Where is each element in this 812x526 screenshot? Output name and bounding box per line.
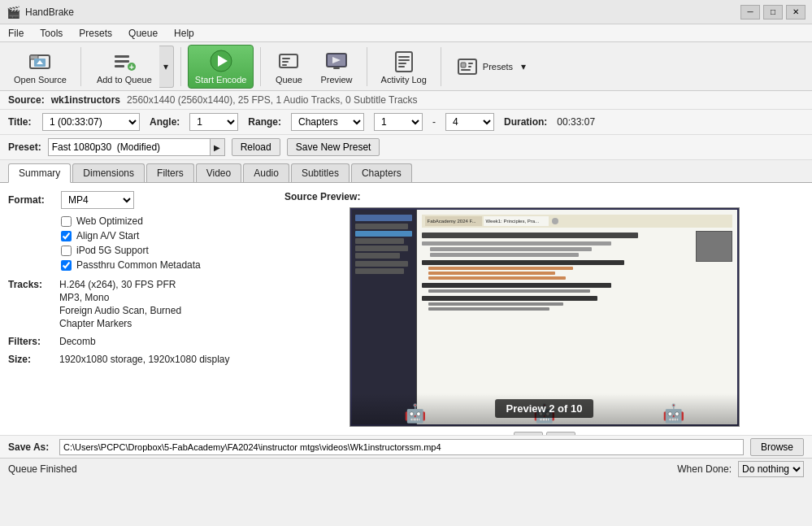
- presets-button[interactable]: Presets ▾: [448, 41, 538, 92]
- svg-rect-23: [398, 66, 405, 67]
- preview-next-button[interactable]: >: [546, 432, 575, 435]
- preview-label: Source Preview:: [284, 191, 360, 202]
- track-1: MP3, Mono: [59, 292, 181, 303]
- tab-video[interactable]: Video: [196, 163, 241, 182]
- angle-select[interactable]: 1: [189, 113, 238, 131]
- svg-rect-12: [282, 58, 290, 59]
- svg-rect-14: [282, 64, 287, 66]
- preview-image: FabAcademy 2024 F... Week1: Principles, …: [350, 207, 740, 427]
- tab-filters[interactable]: Filters: [146, 163, 194, 182]
- filters-value: Decomb: [59, 336, 96, 347]
- start-encode-label: Start Encode: [195, 75, 247, 85]
- open-source-button[interactable]: Open Source: [7, 45, 74, 89]
- activity-log-label: Activity Log: [381, 75, 427, 85]
- status-text: Queue Finished: [8, 463, 77, 475]
- save-row: Save As: Browse: [0, 435, 812, 458]
- tab-audio[interactable]: Audio: [243, 163, 289, 182]
- source-label: Source:: [8, 94, 45, 106]
- menu-presets[interactable]: Presets: [71, 26, 120, 41]
- presets-dropdown-arrow[interactable]: ▾: [516, 46, 531, 88]
- close-button[interactable]: ✕: [786, 5, 805, 20]
- size-label: Size:: [8, 354, 53, 365]
- toolbar-separator-3: [260, 47, 261, 86]
- web-optimized-label: Web Optimized: [76, 215, 143, 227]
- angle-label: Angle:: [150, 116, 180, 128]
- preset-row: Preset: ▶ Reload Save New Preset: [0, 135, 812, 160]
- add-to-queue-icon: +: [112, 49, 137, 73]
- presets-icon: [455, 54, 480, 79]
- chapter-end-select[interactable]: 4: [445, 113, 494, 131]
- track-3: Chapter Markers: [59, 318, 181, 329]
- tab-chapters[interactable]: Chapters: [351, 163, 412, 182]
- passthru-row: Passthru Common Metadata: [61, 259, 268, 271]
- add-to-queue-dropdown-arrow[interactable]: ▾: [159, 46, 174, 88]
- svg-rect-28: [461, 69, 471, 71]
- passthru-checkbox[interactable]: [61, 260, 72, 271]
- menu-file[interactable]: File: [0, 26, 32, 41]
- preset-arrow-button[interactable]: ▶: [211, 138, 225, 156]
- menu-bar: File Tools Presets Queue Help: [0, 24, 812, 42]
- svg-rect-25: [461, 63, 466, 67]
- app-title: HandBrake: [25, 7, 74, 18]
- range-select[interactable]: Chapters: [291, 113, 364, 131]
- align-av-checkbox[interactable]: [61, 231, 72, 241]
- browse-button[interactable]: Browse: [750, 438, 804, 456]
- menu-help[interactable]: Help: [166, 26, 202, 41]
- save-new-preset-button[interactable]: Save New Preset: [287, 138, 380, 156]
- size-row: Size: 1920x1080 storage, 1920x1080 displ…: [8, 354, 268, 365]
- duration-label: Duration:: [504, 116, 547, 128]
- add-to-queue-group: + Add to Queue ▾: [88, 45, 174, 89]
- status-right: When Done: Do nothing Shutdown Sleep: [677, 461, 804, 477]
- track-0: H.264 (x264), 30 FPS PFR: [59, 279, 181, 290]
- chapter-range-separator: -: [432, 116, 436, 128]
- title-select[interactable]: 1 (00:33:07): [42, 113, 140, 131]
- queue-label: Queue: [276, 75, 302, 85]
- menu-tools[interactable]: Tools: [32, 26, 71, 41]
- presets-label: Presets: [483, 62, 513, 72]
- queue-button[interactable]: Queue: [267, 45, 310, 89]
- tab-subtitles[interactable]: Subtitles: [291, 163, 350, 182]
- filters-label: Filters:: [8, 336, 53, 347]
- toolbar-separator-5: [441, 47, 441, 86]
- source-name: wk1instructors: [51, 94, 120, 106]
- ipod-5g-checkbox[interactable]: [61, 246, 72, 256]
- summary-panel: Format: MP4 MKV WebM Web Optimized Align…: [8, 191, 268, 427]
- preset-input[interactable]: [48, 138, 211, 156]
- ipod-5g-row: iPod 5G Support: [61, 245, 268, 256]
- svg-rect-18: [333, 67, 340, 69]
- size-value: 1920x1080 storage, 1920x1080 display: [59, 354, 230, 365]
- minimize-button[interactable]: ─: [740, 5, 760, 20]
- queue-icon: [276, 49, 301, 73]
- reload-button[interactable]: Reload: [232, 138, 280, 156]
- svg-rect-26: [468, 63, 473, 64]
- web-optimized-checkbox[interactable]: [61, 216, 72, 227]
- passthru-label: Passthru Common Metadata: [76, 259, 201, 271]
- tracks-label: Tracks:: [8, 279, 53, 329]
- web-optimized-row: Web Optimized: [61, 215, 268, 227]
- format-select[interactable]: MP4 MKV WebM: [61, 191, 134, 209]
- duration-value: 00:33:07: [557, 116, 595, 128]
- menu-queue[interactable]: Queue: [120, 26, 166, 41]
- start-encode-button[interactable]: Start Encode: [188, 45, 254, 89]
- tabs-bar: Summary Dimensions Filters Video Audio S…: [0, 160, 812, 183]
- preset-label: Preset:: [8, 141, 41, 153]
- save-path-input[interactable]: [59, 439, 744, 455]
- when-done-select[interactable]: Do nothing Shutdown Sleep: [738, 461, 804, 477]
- title-row: Title: 1 (00:33:07) Angle: 1 Range: Chap…: [0, 110, 812, 135]
- maximize-button[interactable]: □: [763, 5, 783, 20]
- activity-log-button[interactable]: Activity Log: [374, 45, 434, 89]
- add-to-queue-button[interactable]: + Add to Queue: [88, 45, 161, 89]
- preview-prev-button[interactable]: <: [514, 432, 543, 435]
- svg-rect-4: [115, 55, 129, 58]
- svg-text:+: +: [129, 63, 134, 72]
- when-done-label: When Done:: [677, 463, 732, 475]
- tab-dimensions[interactable]: Dimensions: [72, 163, 145, 182]
- chapter-start-select[interactable]: 1: [374, 113, 423, 131]
- preview-controls: < >: [514, 432, 575, 435]
- tab-summary[interactable]: Summary: [8, 163, 71, 183]
- status-bar: Queue Finished When Done: Do nothing Shu…: [0, 458, 812, 479]
- svg-rect-20: [398, 56, 410, 58]
- activity-log-icon: [392, 49, 416, 73]
- svg-rect-5: [115, 60, 129, 63]
- preview-button[interactable]: Preview: [313, 45, 359, 89]
